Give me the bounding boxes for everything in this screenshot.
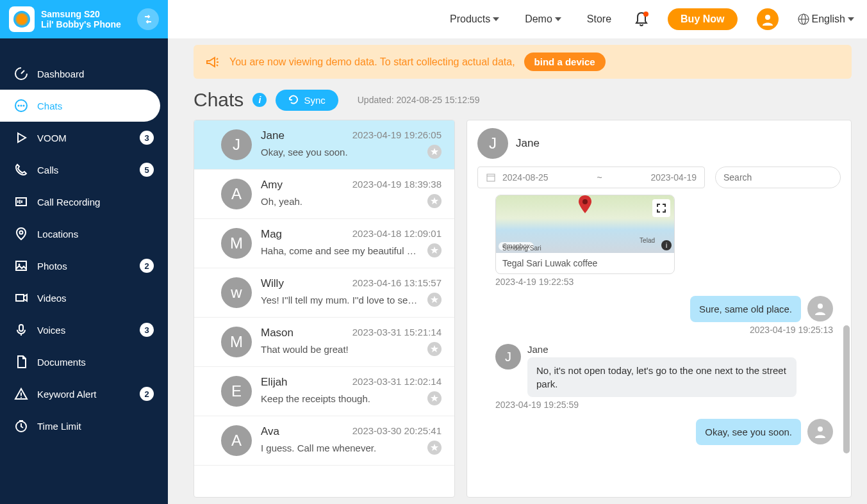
sidebar: Samsung S20 Lil' Bobby's Phone Dashboard… [0,0,168,504]
date-range-picker[interactable]: 2024-08-25 ~ 2023-04-19 [477,167,705,188]
chat-detail-avatar: J [477,128,508,159]
svg-point-0 [765,15,770,20]
chat-list-item[interactable]: AAmy2023-04-19 18:39:38Oh, yeah. [194,170,454,219]
star-icon[interactable] [427,342,442,356]
message-time: 2023-04-19 19:25:13 [495,325,833,335]
star-icon[interactable] [427,145,442,159]
sidebar-item-keyword-alert[interactable]: Keyword Alert2 [0,378,168,410]
chat-time: 2023-03-30 20:25:41 [352,425,442,438]
chat-list-item[interactable]: wWilly2023-04-16 13:15:57Yes! I''ll tell… [194,268,454,318]
chat-list-item[interactable]: EElijah2023-03-31 12:02:14Keep the recei… [194,367,454,416]
sidebar-item-label: Dashboard [37,69,154,79]
chat-time: 2023-03-31 15:21:14 [352,327,442,339]
chat-preview: Haha, come and see my beautiful pup... [261,245,421,256]
chat-time: 2023-04-19 18:39:38 [352,179,442,191]
chat-preview: Keep the receipts though. [261,393,370,404]
sidebar-item-time-limit[interactable]: Time Limit [0,410,168,442]
sidebar-item-chats[interactable]: Chats [0,90,160,122]
megaphone-icon [205,54,220,70]
sidebar-item-photos[interactable]: Photos2 [0,250,168,282]
notification-dot [643,12,648,17]
sidebar-item-videos[interactable]: Videos [0,282,168,314]
message-outgoing: Sure, same old place. [495,296,833,322]
device-logo [9,6,35,32]
search-input[interactable] [723,172,836,183]
sidebar-item-label: Keyword Alert [37,389,131,400]
sidebar-item-label: Call Recording [37,197,154,207]
chat-avatar: M [221,228,252,259]
svg-point-18 [21,397,22,398]
sidebar-badge: 3 [140,131,154,145]
page-title: Chats [194,89,244,111]
message-outgoing: Okay, see you soon. [495,419,833,445]
sender-avatar: J [495,344,521,370]
svg-point-26 [818,427,823,432]
chat-list[interactable]: JJane2023-04-19 19:26:05Okay, see you so… [194,120,455,498]
notification-bell-icon[interactable] [634,12,648,27]
header-nav: Products Demo Store [450,13,611,25]
chat-list-item[interactable]: AAva2023-03-30 20:25:41I guess. Call me … [194,416,454,466]
nav-demo[interactable]: Demo [525,13,561,25]
star-icon[interactable] [427,391,442,405]
sidebar-item-call-recording[interactable]: Call Recording [0,186,168,218]
user-avatar-button[interactable] [757,8,779,30]
map-preview: ©mapbox i Sendang Sari Telad [496,195,674,253]
sidebar-item-label: Photos [37,261,131,272]
sidebar-item-locations[interactable]: Locations [0,218,168,250]
svg-rect-20 [487,174,495,181]
chevron-down-icon [848,17,854,21]
detail-controls: 2024-08-25 ~ 2023-04-19 [467,167,851,195]
star-icon[interactable] [427,243,442,257]
map-pin-icon [579,195,591,213]
sidebar-item-calls[interactable]: Calls5 [0,154,168,186]
documents-icon [14,355,28,369]
language-selector[interactable]: English [798,13,854,25]
sidebar-badge: 2 [140,259,154,273]
chat-preview: Oh, yeah. [261,196,302,207]
swap-device-button[interactable] [137,8,159,30]
star-icon[interactable] [427,293,442,307]
time-limit-icon [14,419,28,433]
message-bubble: Sure, same old place. [690,296,801,322]
messages-area[interactable]: ©mapbox i Sendang Sari Telad Tegal Sari … [467,195,851,497]
sidebar-item-documents[interactable]: Documents [0,346,168,378]
svg-rect-16 [19,325,23,331]
calls-icon [14,163,28,177]
bind-device-button[interactable]: bind a device [524,53,606,71]
sidebar-item-dashboard[interactable]: Dashboard [0,58,168,90]
nav-store[interactable]: Store [587,13,611,25]
main-content: You are now viewing demo data. To start … [168,38,867,504]
chat-list-item[interactable]: MMag2023-04-18 12:09:01Haha, come and se… [194,219,454,268]
sidebar-item-label: Locations [37,229,154,240]
info-icon[interactable]: i [252,93,267,107]
sidebar-item-voices[interactable]: Voices3 [0,314,168,346]
scrollbar[interactable] [843,325,850,498]
message-bubble: Okay, see you soon. [696,419,801,445]
sync-button[interactable]: Sync [276,90,338,111]
expand-map-button[interactable] [652,199,670,217]
sidebar-item-label: Calls [37,165,131,175]
map-info-icon[interactable]: i [661,240,672,250]
sidebar-badge: 5 [140,163,154,177]
nav-products[interactable]: Products [450,13,499,25]
swap-icon [142,13,154,26]
person-icon [761,13,774,26]
device-header: Samsung S20 Lil' Bobby's Phone [0,0,168,38]
star-icon[interactable] [427,441,442,455]
chat-avatar: A [221,425,252,456]
demo-banner: You are now viewing demo data. To start … [194,45,852,79]
chat-preview: That would be great! [261,344,349,355]
location-card[interactable]: ©mapbox i Sendang Sari Telad Tegal Sari … [495,195,675,274]
chat-name: Elijah [261,376,288,389]
sender-name: Jane [527,344,797,355]
chat-list-item[interactable]: JJane2023-04-19 19:26:05Okay, see you so… [194,120,454,170]
globe-icon [798,13,809,25]
search-box[interactable] [715,167,841,188]
buy-now-button[interactable]: Buy Now [668,8,737,30]
star-icon[interactable] [427,194,442,208]
sidebar-item-voom[interactable]: VOOM3 [0,122,168,154]
chat-list-item[interactable]: MMason2023-03-31 15:21:14That would be g… [194,318,454,367]
person-icon [813,424,828,439]
sidebar-item-label: Voices [37,325,131,336]
svg-point-12 [20,231,23,234]
